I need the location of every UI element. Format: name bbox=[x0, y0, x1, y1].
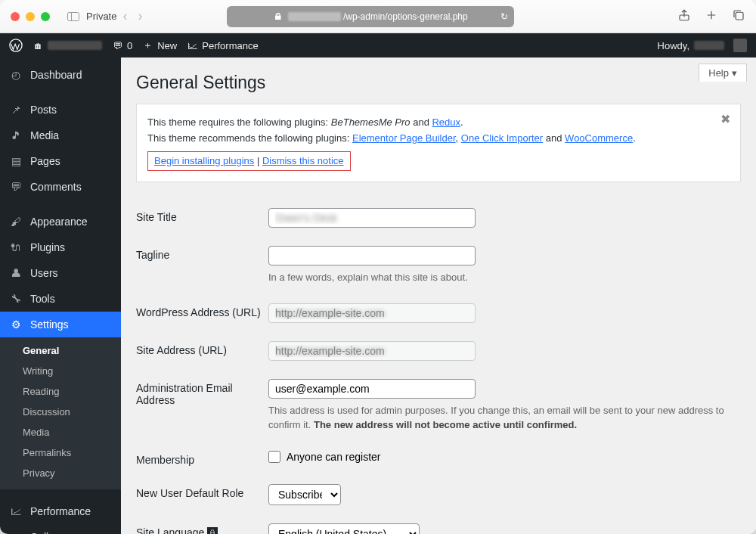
dismiss-notice-link[interactable]: Dismiss this notice bbox=[262, 155, 344, 166]
svg-rect-3 bbox=[736, 12, 743, 20]
notice-line-required: This theme requires the following plugin… bbox=[147, 115, 710, 131]
woocommerce-link[interactable]: WooCommerce bbox=[565, 132, 633, 144]
new-tab-icon[interactable] bbox=[705, 8, 718, 24]
help-label: Help bbox=[708, 67, 729, 79]
site-language-label: Site Language 🅰︎ bbox=[136, 523, 268, 534]
default-role-select[interactable]: Subscriber bbox=[268, 484, 341, 505]
comments-icon: 💬︎ bbox=[9, 180, 23, 194]
plugin-icon: 🔌︎ bbox=[9, 241, 23, 254]
notice-line-recommended: This theme recommends the following plug… bbox=[147, 131, 710, 147]
sidebar-item-comments[interactable]: 💬︎Comments bbox=[0, 174, 121, 200]
media-icon: 🎵︎ bbox=[9, 129, 23, 142]
sidebar-collapse[interactable]: ◀Collapse menu bbox=[0, 524, 121, 534]
svg-rect-0 bbox=[68, 12, 79, 20]
translate-icon: 🅰︎ bbox=[207, 526, 218, 534]
site-url-input bbox=[268, 341, 476, 361]
zoom-window-button[interactable] bbox=[41, 12, 50, 21]
sidebar-item-tools[interactable]: 🔧︎Tools bbox=[0, 286, 121, 312]
plus-icon: ＋ bbox=[143, 39, 153, 52]
wp-url-input bbox=[268, 303, 476, 323]
share-icon[interactable] bbox=[677, 8, 691, 24]
content-area: Help▾ General Settings ✖ This theme requ… bbox=[121, 57, 756, 534]
howdy-text: Howdy, bbox=[658, 40, 689, 51]
submenu-privacy[interactable]: Privacy bbox=[0, 463, 121, 483]
plugin-notice: ✖ This theme requires the following plug… bbox=[136, 104, 741, 182]
sidebar-item-settings[interactable]: ⚙︎Settings bbox=[0, 312, 121, 337]
minimize-window-button[interactable] bbox=[26, 12, 35, 21]
sidebar-item-posts[interactable]: 📌︎Posts bbox=[0, 97, 121, 123]
sidebar-icon[interactable] bbox=[67, 10, 80, 23]
anyone-register-checkbox[interactable] bbox=[268, 451, 280, 463]
sidebar-item-plugins[interactable]: 🔌︎Plugins bbox=[0, 234, 121, 260]
sidebar-item-pages[interactable]: ▤Pages bbox=[0, 148, 121, 174]
comments-link[interactable]: 💬︎0 bbox=[113, 40, 132, 51]
submenu-media[interactable]: Media bbox=[0, 422, 121, 442]
howdy-account[interactable]: Howdy, bbox=[658, 39, 747, 52]
site-language-select[interactable]: English (United States) bbox=[268, 523, 420, 534]
new-label: New bbox=[157, 40, 177, 51]
dismiss-notice-button[interactable]: ✖ bbox=[717, 112, 733, 127]
dashboard-icon: ◴ bbox=[9, 68, 23, 82]
membership-label: Membership bbox=[136, 451, 268, 466]
help-tab[interactable]: Help▾ bbox=[699, 64, 747, 82]
submenu-reading[interactable]: Reading bbox=[0, 381, 121, 402]
sidebar-label: Media bbox=[30, 129, 59, 141]
begin-installing-link[interactable]: Begin installing plugins bbox=[154, 155, 254, 166]
wrench-icon: 🔧︎ bbox=[9, 292, 23, 306]
user-icon: 👤︎ bbox=[9, 266, 23, 280]
pages-icon: ▤ bbox=[9, 154, 23, 168]
wp-admin-bar: 🏠︎ 💬︎0 ＋New 📈︎Performance Howdy, bbox=[0, 33, 756, 57]
tabs-icon[interactable] bbox=[732, 8, 745, 24]
admin-email-desc: This address is used for admin purposes.… bbox=[268, 403, 737, 433]
reload-icon[interactable]: ↻ bbox=[500, 11, 508, 22]
sidebar-label: Tools bbox=[30, 293, 55, 305]
redux-link[interactable]: Redux bbox=[432, 116, 460, 128]
page-title: General Settings bbox=[136, 73, 741, 93]
sidebar-label: Collapse menu bbox=[30, 531, 101, 534]
tagline-input[interactable] bbox=[268, 246, 476, 265]
pin-icon: 📌︎ bbox=[9, 103, 23, 116]
sidebar-label: Plugins bbox=[30, 241, 65, 253]
elementor-link[interactable]: Elementor Page Builder bbox=[352, 132, 456, 144]
nav-forward-button[interactable]: › bbox=[138, 8, 142, 24]
submenu-permalinks[interactable]: Permalinks bbox=[0, 442, 121, 463]
notice-actions-highlight: Begin installing plugins | Dismiss this … bbox=[147, 151, 351, 172]
sidebar-item-users[interactable]: 👤︎Users bbox=[0, 260, 121, 286]
wp-logo-icon[interactable] bbox=[9, 39, 23, 52]
url-bar[interactable]: 🔒︎ /wp-admin/options-general.php ↻ bbox=[227, 6, 514, 27]
submenu-general[interactable]: General bbox=[0, 340, 121, 361]
nav-back-button[interactable]: ‹ bbox=[122, 8, 127, 24]
sidebar-label: Appearance bbox=[30, 216, 88, 228]
url-path: /wp-admin/options-general.php bbox=[343, 11, 468, 22]
sliders-icon: ⚙︎ bbox=[9, 318, 23, 331]
brush-icon: 🖌︎ bbox=[9, 215, 23, 228]
traffic-lights bbox=[11, 12, 50, 21]
gauge-icon: 📈︎ bbox=[187, 40, 197, 51]
close-window-button[interactable] bbox=[11, 12, 20, 21]
submenu-writing[interactable]: Writing bbox=[0, 361, 121, 381]
submenu-discussion[interactable]: Discussion bbox=[0, 402, 121, 422]
gauge-icon: 📈︎ bbox=[9, 505, 23, 518]
sidebar-item-media[interactable]: 🎵︎Media bbox=[0, 123, 121, 148]
sidebar-label: Performance bbox=[30, 505, 91, 517]
admin-email-label: Administration Email Address bbox=[136, 379, 268, 406]
sidebar-item-appearance[interactable]: 🖌︎Appearance bbox=[0, 209, 121, 234]
default-role-label: New User Default Role bbox=[136, 484, 268, 499]
site-title-input[interactable] bbox=[268, 208, 476, 228]
home-icon: 🏠︎ bbox=[33, 40, 43, 51]
sidebar-item-dashboard[interactable]: ◴Dashboard bbox=[0, 62, 121, 88]
chevron-down-icon: ▾ bbox=[732, 67, 737, 79]
tagline-desc: In a few words, explain what this site i… bbox=[268, 270, 737, 285]
anyone-register-label: Anyone can register bbox=[287, 451, 381, 463]
importer-link[interactable]: One Click Importer bbox=[461, 132, 543, 144]
new-content-link[interactable]: ＋New bbox=[143, 39, 177, 52]
admin-email-input[interactable] bbox=[268, 379, 476, 399]
site-home-link[interactable]: 🏠︎ bbox=[33, 40, 102, 51]
sidebar-item-performance[interactable]: 📈︎Performance bbox=[0, 498, 121, 524]
admin-sidebar: ◴Dashboard 📌︎Posts 🎵︎Media ▤Pages 💬︎Comm… bbox=[0, 57, 121, 534]
comments-count: 0 bbox=[127, 40, 132, 51]
sidebar-label: Users bbox=[30, 267, 58, 279]
tagline-label: Tagline bbox=[136, 246, 268, 261]
performance-link[interactable]: 📈︎Performance bbox=[187, 40, 258, 51]
site-name-redacted bbox=[48, 41, 102, 50]
